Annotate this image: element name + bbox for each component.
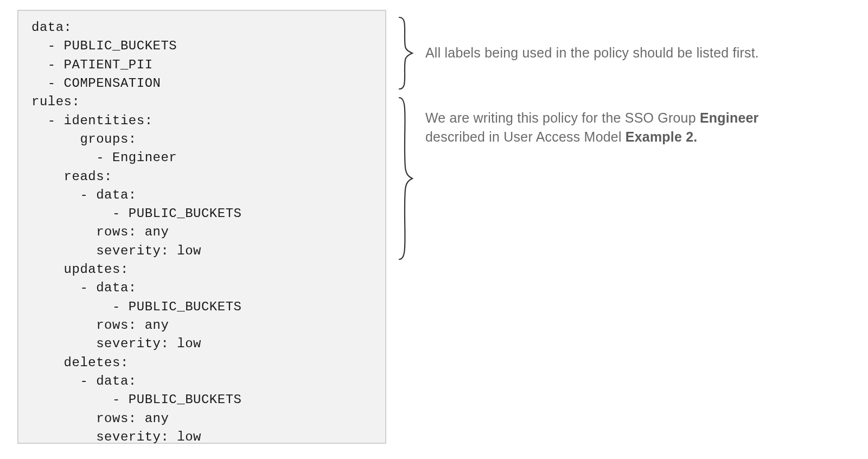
curly-brace-icon: [396, 15, 416, 91]
annotation-sso-group: We are writing this policy for the SSO G…: [425, 109, 816, 146]
annotation-labels-first: All labels being used in the policy shou…: [425, 43, 759, 62]
annotation-bold-example: Example 2.: [626, 129, 698, 144]
curly-brace-icon: [396, 94, 416, 263]
annotation-bold-engineer: Engineer: [700, 110, 759, 125]
figure-container: data: - PUBLIC_BUCKETS - PATIENT_PII - C…: [17, 10, 851, 444]
annotation-text: We are writing this policy for the SSO G…: [425, 110, 700, 125]
policy-code-block: data: - PUBLIC_BUCKETS - PATIENT_PII - C…: [17, 10, 386, 444]
annotation-text: described in User Access Model: [425, 129, 626, 144]
annotations-column: All labels being used in the policy shou…: [425, 10, 816, 146]
brace-column: [396, 10, 416, 263]
